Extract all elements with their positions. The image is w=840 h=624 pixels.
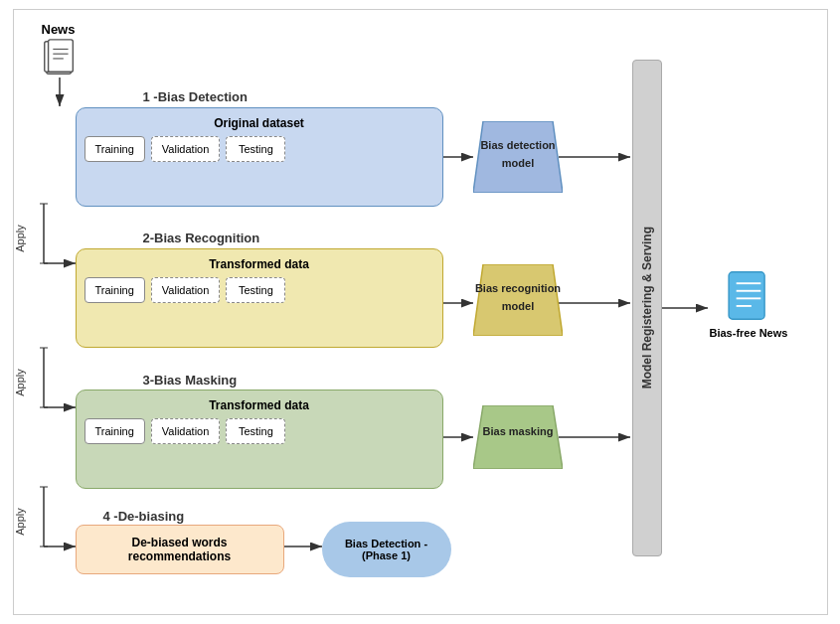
section4-title: 4 -De-biasing [103,509,185,524]
section2-splits: Training Validation Testing [84,277,434,303]
section1-dataset-title: Original dataset [84,116,434,130]
diagram: News [13,9,828,615]
section2-split-training: Training [84,277,145,303]
phase1-label: Bias Detection -(Phase 1) [345,538,427,561]
debiased-label: De-biased words recommendations [90,536,269,563]
section2-split-testing: Testing [226,277,285,303]
section1-splits: Training Validation Testing [84,136,434,162]
phase1-box: Bias Detection -(Phase 1) [322,522,451,577]
section2-model: Bias recognition model [473,264,563,339]
section1-split-testing: Testing [226,136,285,162]
news-label: News [42,22,76,37]
svg-rect-39 [729,272,764,319]
section3-split-testing: Testing [226,418,285,444]
section1-split-training: Training [84,136,145,162]
svg-rect-2 [48,40,73,72]
section3-split-validation: Validation [151,418,221,444]
svg-text:Bias masking: Bias masking [482,425,553,437]
section1-title: 1 -Bias Detection [143,89,248,104]
vertical-bar: Model Registering & Serving [632,60,662,556]
section3-splits: Training Validation Testing [84,418,434,444]
section2-dataset-title: Transformed data [84,257,434,271]
section1-model: Bias detection model [473,121,563,196]
section2-dataset-box: Transformed data Training Validation Tes… [76,248,443,348]
section1-split-validation: Validation [151,136,221,162]
svg-text:Apply: Apply [14,369,26,396]
section3-split-training: Training [84,418,145,444]
svg-text:model: model [501,157,533,169]
section2-title: 2-Bias Recognition [143,231,260,245]
section3-title: 3-Bias Masking [143,373,238,388]
svg-text:Bias recognition: Bias recognition [474,282,560,294]
section1-dataset-box: Original dataset Training Validation Tes… [76,107,443,207]
svg-text:Apply: Apply [14,225,26,252]
bias-free-news: Bias-free News [710,268,788,339]
svg-text:model: model [501,300,533,312]
svg-text:Apply: Apply [14,508,26,536]
section3-dataset-title: Transformed data [84,398,434,412]
bias-free-label: Bias-free News [710,327,788,339]
svg-marker-37 [473,405,563,469]
section3-model: Bias masking [473,405,563,472]
debiased-box: De-biased words recommendations [76,525,284,574]
svg-text:Bias detection: Bias detection [480,139,555,151]
section2-split-validation: Validation [151,277,221,303]
vertical-bar-label: Model Registering & Serving [640,227,654,389]
section3-dataset-box: Transformed data Training Validation Tes… [76,390,443,489]
news-icon [42,38,78,78]
